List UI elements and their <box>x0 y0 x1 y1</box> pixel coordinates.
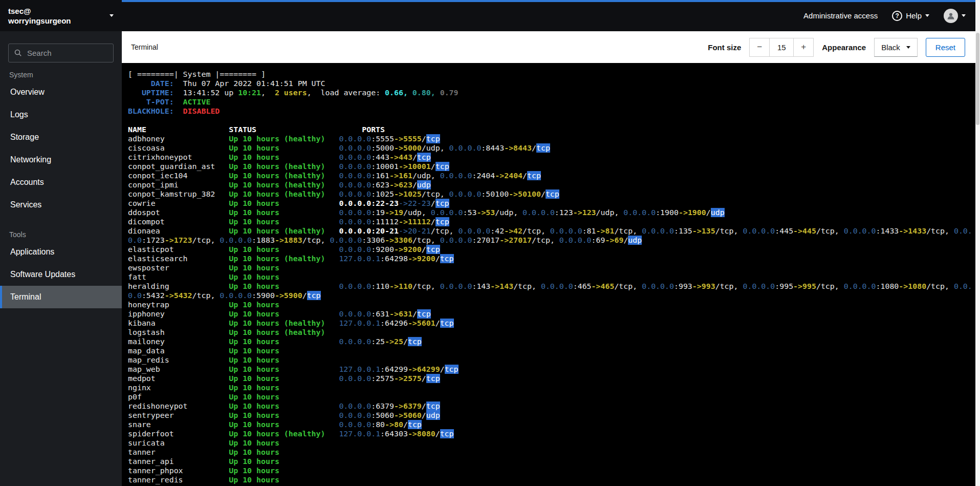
avatar <box>944 9 958 23</box>
terminal-line: map_web Up 10 hours 127.0.0.1:64299->642… <box>128 365 975 374</box>
host-text: tsec@ worryingsurgeon <box>8 6 71 26</box>
terminal-line: dicompot Up 10 hours 0.0.0.0:11112->1111… <box>128 217 975 226</box>
terminal-line: suricata Up 10 hours <box>128 438 975 448</box>
masthead-right: Administrative access ? Help <box>803 9 980 23</box>
terminal-output: [ ========| System |======== ] DATE: Thu… <box>128 70 975 484</box>
chevron-down-icon <box>925 14 929 17</box>
reset-button[interactable]: Reset <box>926 38 965 57</box>
sidebar-item-label: Networking <box>10 155 51 164</box>
search-input[interactable] <box>8 44 114 62</box>
scrollbar-thumb[interactable] <box>976 33 979 125</box>
terminal-line: snare Up 10 hours 0.0.0.0:80->80/tcp <box>128 420 975 429</box>
page-scrollbar[interactable] <box>975 0 980 486</box>
terminal-line: nginx Up 10 hours <box>128 383 975 392</box>
terminal-line: tanner_api Up 10 hours <box>128 457 975 466</box>
appearance-value: Black <box>881 43 900 52</box>
sidebar-item-label: Services <box>10 200 41 209</box>
terminal-line: adbhoney Up 10 hours (healthy) 0.0.0.0:5… <box>128 134 975 143</box>
sidebar-item-logs[interactable]: Logs <box>0 103 122 126</box>
terminal[interactable]: [ ========| System |======== ] DATE: Thu… <box>122 63 975 486</box>
font-size-increase-button[interactable]: + <box>793 38 814 57</box>
host-name: worryingsurgeon <box>8 16 71 26</box>
sidebar-nav: SystemOverviewLogsStorageNetworkingAccou… <box>0 71 122 308</box>
sidebar-item-services[interactable]: Services <box>0 194 122 216</box>
administrative-access-button[interactable]: Administrative access <box>803 11 878 20</box>
appearance-select[interactable]: Black <box>874 38 918 57</box>
sidebar-item-storage[interactable]: Storage <box>0 126 122 149</box>
masthead: tsec@ worryingsurgeon Administrative acc… <box>0 0 980 31</box>
font-size-value: 15 <box>770 38 793 57</box>
terminal-line: ciscoasa Up 10 hours 0.0.0.0:5000->5000/… <box>128 143 975 153</box>
terminal-line: heralding Up 10 hours 0.0.0.0:110->110/t… <box>128 282 975 291</box>
terminal-line: elasticpot Up 10 hours 0.0.0.0:9200->920… <box>128 245 975 254</box>
terminal-line: BLACKHOLE: DISABLED <box>128 107 975 116</box>
sidebar-item-label: Accounts <box>10 178 44 186</box>
terminal-line: map_redis Up 10 hours <box>128 355 975 365</box>
sidebar-item-label: Applications <box>10 247 54 256</box>
sidebar-item-overview[interactable]: Overview <box>0 81 122 103</box>
chevron-down-icon <box>906 46 910 49</box>
terminal-line: 0.0:1723->1723/tcp, 0.0.0.0:1883->1883/t… <box>128 236 975 245</box>
page-title: Terminal <box>131 43 158 51</box>
terminal-line: ipphoney Up 10 hours 0.0.0.0:631->631/tc… <box>128 309 975 319</box>
sidebar-item-networking[interactable]: Networking <box>0 149 122 171</box>
sidebar: SystemOverviewLogsStorageNetworkingAccou… <box>0 31 122 486</box>
terminal-line: ewsposter Up 10 hours <box>128 263 975 272</box>
help-menu[interactable]: ? Help <box>892 11 929 21</box>
terminal-line: ddospot Up 10 hours 0.0.0.0:19->19/udp, … <box>128 208 975 217</box>
terminal-line: p0f Up 10 hours <box>128 392 975 402</box>
terminal-line: [ ========| System |======== ] <box>128 70 975 79</box>
sidebar-item-applications[interactable]: Applications <box>0 241 122 263</box>
font-size-decrease-button[interactable]: − <box>749 38 770 57</box>
terminal-line: honeytrap Up 10 hours <box>128 300 975 309</box>
sidebar-item-label: Terminal <box>10 292 41 301</box>
terminal-line: conpot_ipmi Up 10 hours (healthy) 0.0.0.… <box>128 180 975 189</box>
help-icon: ? <box>892 11 902 21</box>
terminal-line: UPTIME: 13:41:52 up 10:21, 2 users, load… <box>128 88 975 97</box>
terminal-line: conpot_guardian_ast Up 10 hours (healthy… <box>128 162 975 171</box>
search-icon <box>14 49 22 57</box>
terminal-line: medpot Up 10 hours 0.0.0.0:2575->2575/tc… <box>128 374 975 383</box>
sidebar-section-tools: Tools <box>0 230 122 239</box>
terminal-line: NAME STATUS PORTS <box>128 125 975 134</box>
terminal-toolbar: Terminal Font size − 15 + Appearance Bla… <box>122 31 975 63</box>
terminal-line: conpot_kamstrup_382 Up 10 hours (healthy… <box>128 189 975 199</box>
session-menu[interactable] <box>944 9 966 23</box>
help-label: Help <box>906 11 922 20</box>
font-size-label: Font size <box>708 43 741 52</box>
sidebar-item-label: Overview <box>10 88 45 96</box>
terminal-line: fatt Up 10 hours <box>128 272 975 282</box>
terminal-line: citrixhoneypot Up 10 hours 0.0.0.0:443->… <box>128 153 975 162</box>
terminal-line: tanner_redis Up 10 hours <box>128 475 975 484</box>
sidebar-item-accounts[interactable]: Accounts <box>0 171 122 194</box>
terminal-line: tanner Up 10 hours <box>128 448 975 457</box>
search <box>8 44 114 62</box>
chevron-down-icon <box>110 14 114 17</box>
sidebar-item-label: Software Updates <box>10 270 75 279</box>
terminal-line: redishoneypot Up 10 hours 0.0.0.0:6379->… <box>128 402 975 411</box>
terminal-line: spiderfoot Up 10 hours (healthy) 127.0.0… <box>128 429 975 438</box>
terminal-line: tanner_phpox Up 10 hours <box>128 466 975 475</box>
sidebar-item-terminal[interactable]: Terminal <box>0 286 122 308</box>
terminal-line: sentrypeer Up 10 hours 0.0.0.0:5060->506… <box>128 411 975 420</box>
user-icon <box>946 11 955 20</box>
top-accent-bar <box>122 0 975 2</box>
terminal-line: map_data Up 10 hours <box>128 346 975 355</box>
terminal-line: elasticsearch Up 10 hours (healthy) 127.… <box>128 254 975 263</box>
cockpit-page: tsec@ worryingsurgeon Administrative acc… <box>0 0 980 486</box>
terminal-line: mailoney Up 10 hours 0.0.0.0:25->25/tcp <box>128 337 975 346</box>
terminal-line: logstash Up 10 hours (healthy) <box>128 328 975 337</box>
host-user: tsec@ <box>8 6 71 16</box>
host-switcher[interactable]: tsec@ worryingsurgeon <box>0 0 122 31</box>
font-size-stepper: − 15 + <box>749 38 814 57</box>
terminal-line: T-POT: ACTIVE <box>128 97 975 107</box>
sidebar-item-software-updates[interactable]: Software Updates <box>0 263 122 286</box>
terminal-line: DATE: Thu 07 Apr 2022 01:41:51 PM UTC <box>128 79 975 88</box>
terminal-line: cowrie Up 10 hours 0.0.0.0:22-23->22-23/… <box>128 199 975 208</box>
appearance-label: Appearance <box>822 43 866 52</box>
sidebar-section-system: System <box>0 71 122 79</box>
terminal-line: dionaea Up 10 hours (healthy) 0.0.0.0:20… <box>128 226 975 236</box>
terminal-line <box>128 116 975 125</box>
toolbar-controls: Font size − 15 + Appearance Black Reset <box>708 38 965 57</box>
terminal-line: conpot_iec104 Up 10 hours (healthy) 0.0.… <box>128 171 975 180</box>
